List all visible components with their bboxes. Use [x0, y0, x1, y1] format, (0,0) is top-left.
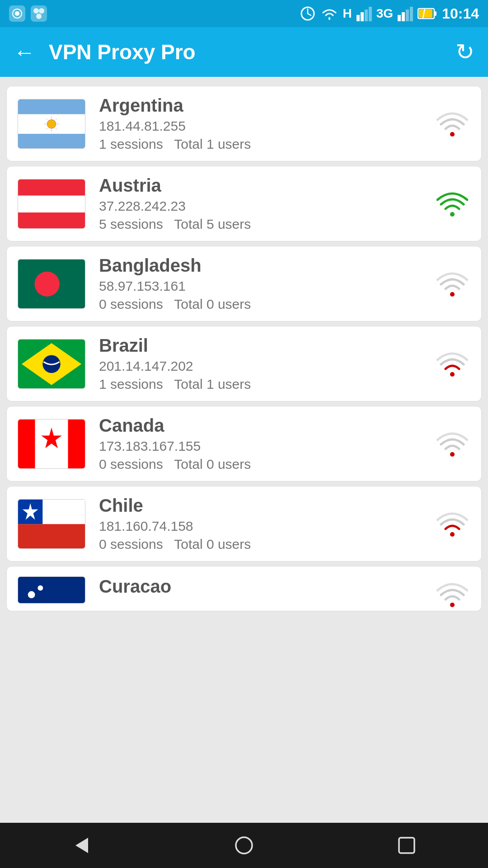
server-name-bangladesh: Bangladesh [99, 255, 421, 276]
network-type: 3G [376, 6, 393, 21]
signal-argentina [434, 106, 470, 142]
server-stats-bangladesh: 0 sessions Total 0 users [99, 297, 421, 312]
server-info-canada: Canada 173.183.167.155 0 sessions Total … [99, 415, 421, 472]
signal-curacao [434, 576, 470, 611]
flag-bangladesh [18, 259, 85, 309]
svg-rect-54 [18, 577, 85, 604]
svg-point-60 [236, 837, 252, 854]
flag-canada [18, 419, 85, 469]
server-list: Argentina 181.44.81.255 1 sessions Total… [0, 77, 488, 823]
flag-austria [18, 179, 85, 229]
clock-icon [300, 5, 316, 22]
home-nav-button[interactable] [226, 827, 262, 863]
svg-rect-19 [434, 11, 436, 16]
svg-rect-20 [419, 9, 432, 18]
svg-rect-12 [365, 9, 368, 21]
server-stats-austria: 5 sessions Total 5 users [99, 217, 421, 232]
time-display: 10:14 [442, 5, 479, 22]
svg-point-6 [36, 14, 42, 19]
svg-point-2 [15, 11, 19, 16]
server-card-bangladesh[interactable]: Bangladesh 58.97.153.161 0 sessions Tota… [6, 246, 482, 321]
server-info-chile: Chile 181.160.74.158 0 sessions Total 0 … [99, 495, 421, 552]
wifi-status-icon [320, 5, 338, 22]
server-stats-argentina: 1 sessions Total 1 users [99, 137, 421, 152]
server-ip-brazil: 201.14.147.202 [99, 359, 421, 374]
server-ip-argentina: 181.44.81.255 [99, 118, 421, 134]
svg-rect-16 [406, 9, 409, 21]
svg-rect-45 [18, 420, 35, 469]
svg-marker-59 [75, 838, 88, 853]
battery-icon [418, 7, 437, 20]
svg-point-5 [39, 8, 44, 14]
server-ip-chile: 181.160.74.158 [99, 519, 421, 534]
server-card-chile[interactable]: Chile 181.160.74.158 0 sessions Total 0 … [6, 486, 482, 561]
status-bar: H 3G 10:14 [0, 0, 488, 27]
svg-rect-17 [410, 7, 413, 21]
svg-point-56 [28, 591, 35, 599]
refresh-button[interactable]: ↻ [455, 39, 474, 65]
signal-bangladesh [434, 266, 470, 302]
back-nav-button[interactable] [63, 827, 99, 863]
svg-point-36 [450, 212, 455, 217]
flag-chile [18, 499, 85, 549]
server-card-curacao[interactable]: Curacao [6, 566, 482, 611]
svg-point-33 [450, 132, 455, 137]
bottom-navigation [0, 823, 488, 868]
server-ip-canada: 173.183.167.155 [99, 439, 421, 454]
server-info-argentina: Argentina 181.44.81.255 1 sessions Total… [99, 95, 421, 152]
svg-point-53 [450, 532, 455, 537]
server-info-curacao: Curacao [99, 576, 421, 599]
server-stats-canada: 0 sessions Total 0 users [99, 457, 421, 472]
svg-point-4 [33, 8, 39, 14]
recent-nav-button[interactable] [389, 827, 425, 863]
server-card-brazil[interactable]: Brazil 201.14.147.202 1 sessions Total 1… [6, 326, 482, 401]
server-card-canada[interactable]: Canada 173.183.167.155 0 sessions Total … [6, 406, 482, 481]
h-signal: H [343, 6, 352, 21]
server-card-austria[interactable]: Austria 37.228.242.23 5 sessions Total 5… [6, 166, 482, 241]
svg-point-57 [38, 585, 43, 591]
back-button[interactable]: ← [14, 40, 35, 65]
flag-curacao [18, 576, 85, 604]
server-stats-chile: 0 sessions Total 0 users [99, 537, 421, 552]
server-card-argentina[interactable]: Argentina 181.44.81.255 1 sessions Total… [6, 86, 482, 161]
signal-canada [434, 426, 470, 462]
server-stats-brazil: 1 sessions Total 1 users [99, 377, 421, 392]
app-icon-2 [31, 5, 47, 22]
signal-austria [434, 186, 470, 222]
svg-point-58 [450, 603, 455, 607]
server-name-brazil: Brazil [99, 335, 421, 356]
svg-rect-35 [18, 195, 85, 212]
status-bar-left [9, 5, 47, 22]
app-title: VPN Proxy Pro [49, 40, 442, 64]
svg-rect-61 [399, 838, 414, 853]
status-bar-right: H 3G 10:14 [300, 5, 479, 22]
server-ip-bangladesh: 58.97.153.161 [99, 278, 421, 294]
svg-rect-14 [398, 15, 401, 21]
signal-brazil [434, 346, 470, 382]
svg-rect-11 [361, 12, 364, 21]
server-name-curacao: Curacao [99, 576, 421, 597]
svg-rect-13 [369, 7, 372, 21]
server-info-brazil: Brazil 201.14.147.202 1 sessions Total 1… [99, 335, 421, 392]
signal-bars-2 [398, 6, 413, 21]
svg-rect-10 [357, 15, 360, 21]
svg-point-39 [450, 292, 455, 297]
signal-chile [434, 506, 470, 542]
flag-argentina [18, 99, 85, 149]
app-header: ← VPN Proxy Pro ↻ [0, 27, 488, 77]
server-info-bangladesh: Bangladesh 58.97.153.161 0 sessions Tota… [99, 255, 421, 312]
server-name-argentina: Argentina [99, 95, 421, 116]
app-icon-1 [9, 5, 25, 22]
svg-rect-46 [68, 420, 85, 469]
server-info-austria: Austria 37.228.242.23 5 sessions Total 5… [99, 175, 421, 232]
svg-point-38 [35, 271, 60, 296]
server-name-austria: Austria [99, 175, 421, 196]
svg-point-24 [47, 119, 56, 128]
svg-point-43 [450, 372, 455, 377]
server-name-chile: Chile [99, 495, 421, 516]
svg-point-48 [450, 452, 455, 457]
svg-rect-15 [402, 12, 405, 21]
svg-line-9 [308, 14, 311, 15]
signal-bars [357, 6, 372, 21]
flag-brazil [18, 339, 85, 389]
